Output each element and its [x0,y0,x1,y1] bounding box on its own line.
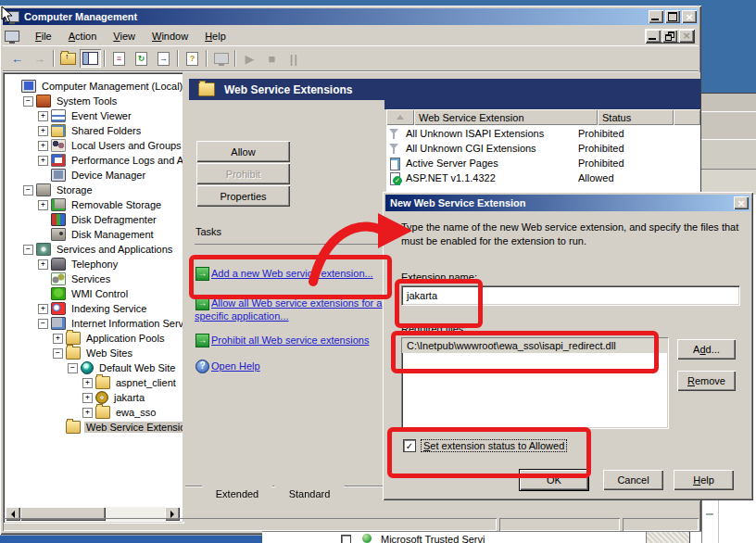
window-titlebar[interactable]: Computer Management × [3,8,699,25]
tree-item-label[interactable]: Shared Folders [69,125,143,136]
tree-expand-icon[interactable]: + [38,126,48,136]
tree-item-shared-folders[interactable]: + Shared Folders [8,123,183,138]
required-files-listbox[interactable]: C:\Inetpub\wwwroot\ewa_sso\isapi_redirec… [401,337,669,429]
menu-help[interactable]: Help [196,28,234,44]
sort-column-header[interactable] [386,109,414,125]
tree-expand-icon[interactable]: − [23,185,33,196]
forward-icon[interactable]: → [29,49,50,68]
tree-item-label[interactable]: Performance Logs and Alerts [69,155,184,166]
tree-item-label[interactable]: System Tools [55,95,119,107]
tree-expand-icon[interactable]: + [38,200,48,210]
tree-expand-icon[interactable]: − [23,96,33,107]
tree-item-label[interactable]: Event Viewer [69,110,133,121]
remote-computer-icon[interactable] [210,49,232,68]
cancel-button[interactable]: Cancel [603,470,663,490]
tree-item-telephony[interactable]: + Telephony [8,257,183,272]
tree-expand-icon[interactable]: − [38,319,48,329]
up-one-level-icon[interactable]: ↑ [57,49,79,68]
tree-item-event-viewer[interactable]: + Event Viewer [8,108,183,123]
tree-item-label[interactable]: Disk Defragmenter [69,214,158,225]
prohibit-button[interactable]: Prohibit [196,163,290,184]
play-icon[interactable]: ▶ [239,49,260,68]
tree-item-label[interactable]: Default Web Site [97,362,177,373]
tree-item-disk-defragmenter[interactable]: Disk Defragmenter [8,212,183,227]
tree-item-label[interactable]: Storage [55,184,94,196]
tree-item-label[interactable]: Internet Information Service [69,318,184,329]
tab-extended[interactable]: Extended [202,486,272,501]
tree-item-default-web-site[interactable]: − Default Web Site [8,360,183,375]
tree-item-services-and-applications[interactable]: − Services and Applications [8,242,183,257]
allowed-checkbox-label[interactable]: Set extension status to Allowed [422,440,566,451]
help-button[interactable]: Help [674,470,734,490]
extension-row-all-unknown-cgi-extensions[interactable]: All Unknown CGI Extensions Prohibited [386,141,700,156]
task-link-prohibit-all-web-service-extensions[interactable]: →Prohibit all Web service extensions [195,334,384,347]
tree-item-label[interactable]: WMI Control [69,288,130,299]
tree-item-label[interactable]: Local Users and Groups [69,140,183,151]
properties-icon[interactable]: ≡ [108,49,130,68]
ok-button[interactable]: OK [520,470,588,490]
tree-item-label[interactable]: Web Sites [84,347,134,359]
tree-item-internet-information-service[interactable]: − Internet Information Service [8,316,183,331]
column-header-status[interactable]: Status [598,109,674,125]
add-button[interactable]: Add... [677,339,736,360]
tree-item-wmi-control[interactable]: WMI Control [8,286,183,301]
dialog-titlebar[interactable]: New Web Service Extension × [385,195,750,211]
tree-item-label[interactable]: Application Pools [84,333,166,344]
tree-expand-icon[interactable]: − [53,348,63,359]
remove-button[interactable]: Remove [677,371,736,391]
tree-expand-icon[interactable]: + [38,156,48,166]
tree-item-label[interactable]: Removable Storage [69,199,163,210]
column-header-extension[interactable]: Web Service Extension [414,109,598,125]
tree-expand-icon[interactable]: + [38,141,48,151]
tree-item-indexing-service[interactable]: + Indexing Service [8,301,183,316]
tree-item-device-manager[interactable]: Device Manager [8,168,183,183]
tree-item-label[interactable]: Indexing Service [69,303,148,314]
tree-item-storage[interactable]: − Storage [8,183,183,197]
tree-item-label[interactable]: Disk Management [69,229,156,240]
tree-item-services[interactable]: Services [8,272,183,286]
tree-item-disk-management[interactable]: Disk Management [8,227,183,242]
export-list-icon[interactable]: → [153,49,174,68]
show-hide-tree-icon[interactable] [80,49,101,68]
tree-expand-icon[interactable]: + [53,334,63,344]
tree-item-aspnet-client[interactable]: + aspnet_client [8,375,183,390]
tree-item-label[interactable]: Telephony [69,259,120,270]
allow-button[interactable]: Allow [196,141,290,162]
extension-name-input[interactable]: jakarta [401,285,740,306]
tab-standard[interactable]: Standard [274,486,345,501]
tree-item-removable-storage[interactable]: + Removable Storage [8,197,183,212]
menu-action[interactable]: Action [60,28,106,44]
tree-item-label[interactable]: ewa_sso [114,407,158,418]
tree-item-web-service-extensions[interactable]: Web Service Extensions [8,420,183,435]
tree-item-local-users-and-groups[interactable]: + Local Users and Groups [8,138,183,153]
allowed-checkbox-row[interactable]: ✓ Set extension status to Allowed [403,439,566,452]
stop-icon[interactable]: ■ [261,49,283,68]
tree-expand-icon[interactable]: + [82,393,93,403]
task-link-add-a-new-web-service-extension[interactable]: →Add a new Web service extension... [195,267,384,280]
properties-button[interactable]: Properties [196,185,290,207]
minimize-button-icon[interactable] [649,10,663,23]
menu-window[interactable]: Window [144,28,196,44]
close-button-icon[interactable]: × [682,10,697,23]
tree-expand-icon[interactable]: + [38,111,48,121]
tree-item-label[interactable]: Computer Management (Local) [40,81,184,92]
mdi-minimize-button-icon[interactable] [646,30,661,43]
tree-item-label[interactable]: jakarta [112,392,146,403]
tree-item-web-sites[interactable]: − Web Sites [8,346,183,360]
mdi-close-button-icon[interactable]: × [679,30,694,43]
back-icon[interactable]: ← [6,49,28,68]
background-bottom-row[interactable]: Microsoft Trusted Servi [262,531,701,543]
tree-item-system-tools[interactable]: − System Tools [8,94,183,108]
extension-row-all-unknown-isapi-extensions[interactable]: All Unknown ISAPI Extensions Prohibited [386,126,700,141]
tree-item-performance-logs-and-alerts[interactable]: + Performance Logs and Alerts [8,153,183,168]
maximize-button-icon[interactable] [665,10,680,23]
help-icon[interactable]: ? [182,49,203,68]
tree-item-jakarta[interactable]: + jakarta [8,390,183,405]
extension-row-active-server-pages[interactable]: Active Server Pages Prohibited [386,156,700,170]
tree-expand-icon[interactable]: + [38,304,48,314]
tree-item-label[interactable]: Services and Applications [55,244,174,255]
tree-expand-icon[interactable]: − [68,363,78,373]
tree-item-label[interactable]: Device Manager [69,170,147,181]
pause-icon[interactable]: || [284,49,305,68]
background-row-checkbox[interactable] [341,535,351,543]
